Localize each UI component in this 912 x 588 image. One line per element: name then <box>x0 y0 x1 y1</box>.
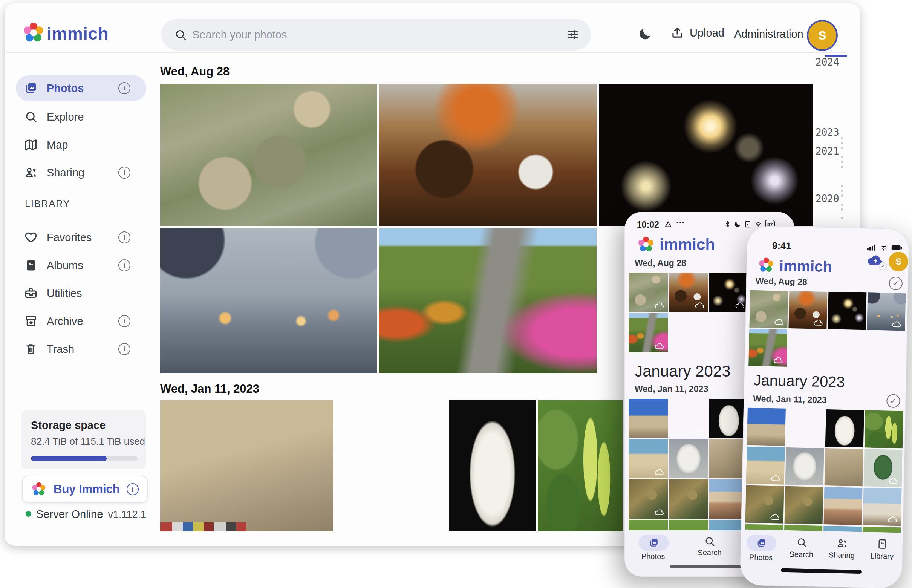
info-icon[interactable] <box>118 166 131 179</box>
phone2-tab-bar: Photos Search Sharing Library <box>740 529 902 588</box>
server-version: v1.112.1 <box>98 509 146 520</box>
photo-sea-grape-berries[interactable] <box>538 400 623 531</box>
photo-coastal-town[interactable] <box>336 400 447 531</box>
sidebar-item-favorites[interactable]: Favorites <box>16 225 146 250</box>
photo-town-buildings[interactable] <box>823 487 862 525</box>
photo-stone-wall[interactable] <box>825 448 864 486</box>
photo-beach-coast[interactable] <box>629 439 668 478</box>
sidebar-item-photos[interactable]: Photos <box>16 75 146 101</box>
sidebar-item-trash[interactable]: Trash <box>16 336 146 362</box>
photo-marble-bust[interactable] <box>449 400 536 531</box>
photo-fireworks[interactable] <box>599 84 813 226</box>
user-avatar[interactable]: S <box>807 20 838 51</box>
photo-lizard[interactable] <box>669 480 708 519</box>
wifi-icon <box>879 244 888 251</box>
cell-signal-icon <box>867 244 876 250</box>
info-icon[interactable] <box>118 231 131 244</box>
sidebar-item-albums[interactable]: Albums <box>16 252 146 278</box>
search-input[interactable]: Search your photos <box>161 19 591 50</box>
home-indicator[interactable] <box>670 565 749 568</box>
photo-autumn-garden-path[interactable] <box>629 313 668 352</box>
photo-coastal-town[interactable] <box>669 399 708 438</box>
toolbox-icon <box>24 286 38 300</box>
date-group-header: Wed, Aug 28 <box>160 65 229 78</box>
timeline-year[interactable]: 2020 <box>815 193 838 204</box>
timeline-tick <box>841 185 843 187</box>
timeline-year[interactable]: 2024 <box>815 57 838 68</box>
buy-immich-label: Buy Immich <box>53 483 120 496</box>
photo-autumn-dinner-table[interactable] <box>669 273 708 312</box>
timeline-tick <box>841 217 843 220</box>
tab-photos[interactable]: Photos <box>741 529 781 562</box>
sharing-people-icon <box>836 538 848 549</box>
sidebar-item-explore[interactable]: Explore <box>16 104 146 130</box>
select-all-check-icon[interactable]: ✓ <box>889 277 903 291</box>
tab-sharing[interactable]: Sharing <box>822 531 863 560</box>
sidebar-item-sharing[interactable]: Sharing <box>16 160 146 186</box>
buy-immich-button[interactable]: Buy Immich <box>22 476 148 503</box>
info-icon[interactable] <box>118 315 131 327</box>
photo-autumn-garden-path[interactable] <box>379 228 597 373</box>
photo-lizard[interactable] <box>784 486 823 524</box>
timeline-year[interactable]: 2023 <box>815 127 838 138</box>
backup-cloud-button[interactable]: ✓ <box>867 252 885 268</box>
photo-lizard[interactable] <box>629 480 668 519</box>
phone2-month-header: January 2023 <box>753 372 845 391</box>
photo-autumn-dinner-table[interactable] <box>788 291 827 329</box>
photo-fireworks[interactable] <box>828 292 867 330</box>
sidebar-item-label: Explore <box>47 111 84 123</box>
phone2-avatar[interactable]: S <box>889 251 909 271</box>
photo-fireworks[interactable] <box>709 273 749 312</box>
map-icon <box>24 138 38 152</box>
cloud-sync-icon <box>888 477 899 485</box>
phone1-more-dots: ··· <box>676 218 685 228</box>
photo-zoo-monkeys[interactable] <box>160 84 377 226</box>
info-icon[interactable] <box>118 343 131 355</box>
photo-green-tree[interactable] <box>864 449 902 487</box>
info-icon[interactable] <box>118 82 131 94</box>
photo-white-rock[interactable] <box>785 447 824 485</box>
photo-white-rock[interactable] <box>669 439 708 478</box>
photo-lizard[interactable] <box>746 485 784 523</box>
photo-autumn-garden-path[interactable] <box>749 329 787 367</box>
sidebar-item-utilities[interactable]: Utilities <box>16 280 146 306</box>
tab-library[interactable]: Library <box>862 532 903 561</box>
search-filter-icon[interactable] <box>566 28 579 42</box>
photo-holding-hands[interactable] <box>160 228 377 373</box>
info-icon[interactable] <box>127 483 139 495</box>
administration-link[interactable]: Administration <box>734 28 804 40</box>
immich-wordmark[interactable]: immich <box>47 23 108 44</box>
photo-zoo-monkeys[interactable] <box>749 290 788 328</box>
photo-marble-bust[interactable] <box>709 399 749 438</box>
theme-toggle-moon-icon[interactable] <box>638 26 653 42</box>
sidebar-item-label: Sharing <box>47 166 84 179</box>
photo-beach-coast[interactable] <box>746 447 785 485</box>
upload-button[interactable]: Upload <box>670 26 724 40</box>
timeline-tick <box>841 156 843 158</box>
photo-fortress-walls[interactable] <box>747 408 786 446</box>
photo-marble-bust[interactable] <box>825 409 864 447</box>
immich-logo-icon[interactable] <box>22 21 45 44</box>
cloud-sync-icon <box>694 302 706 310</box>
sidebar-item-map[interactable]: Map <box>16 132 146 158</box>
photo-holding-hands[interactable] <box>867 292 906 331</box>
photo-fortress-walls[interactable] <box>629 399 668 438</box>
sidebar-item-archive[interactable]: Archive <box>16 309 146 334</box>
phone2-date-header: Wed, Aug 28 <box>755 276 807 287</box>
tab-photos[interactable]: Photos <box>625 530 681 561</box>
sidebar-item-label: Archive <box>47 315 83 328</box>
photo-house[interactable] <box>863 488 901 526</box>
server-status-label: Server Online <box>36 508 103 520</box>
cloud-sync-icon <box>773 356 784 365</box>
photo-zoo-monkeys[interactable] <box>629 273 668 312</box>
photo-fortress-walls[interactable] <box>160 400 333 531</box>
tab-search[interactable]: Search <box>681 530 738 557</box>
select-all-check-icon[interactable]: ✓ <box>886 394 900 408</box>
photo-sea-grape-berries[interactable] <box>865 410 903 448</box>
home-indicator[interactable] <box>781 569 862 573</box>
photo-autumn-dinner-table[interactable] <box>379 84 597 226</box>
info-icon[interactable] <box>118 259 131 271</box>
timeline-year[interactable]: 2021 <box>815 145 838 157</box>
tab-search[interactable]: Search <box>781 530 822 559</box>
photo-coastal-town[interactable] <box>786 409 825 447</box>
